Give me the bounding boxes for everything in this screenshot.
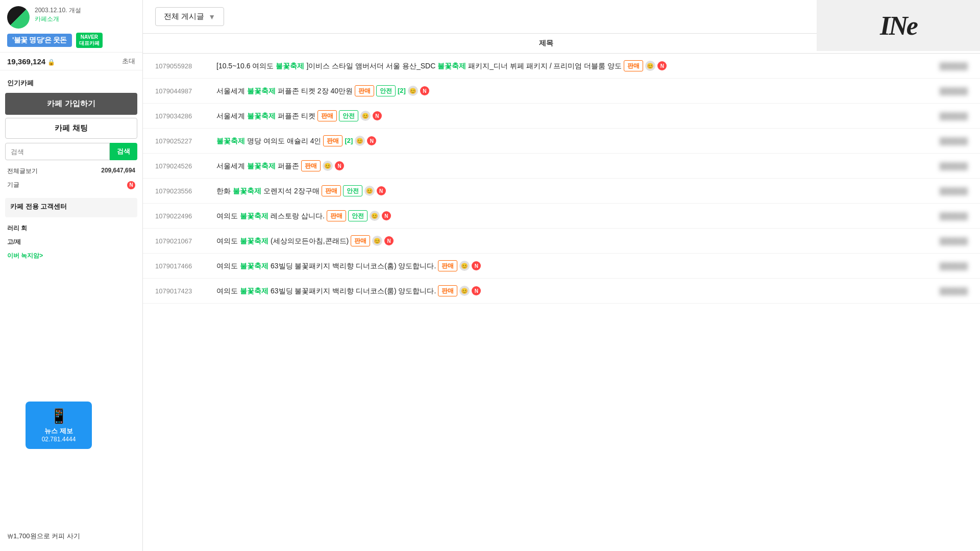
post-title: 서울세계불꽃축제 퍼플존 티켓 2장 40만원판매안전[2]😊N — [216, 85, 876, 96]
post-number: 1079021067 — [155, 237, 216, 245]
n-badge: N — [335, 161, 344, 170]
new-posts-label: 기글 — [7, 181, 19, 189]
table-row[interactable]: 1079055928[10.5~10.6 여의도 불꽃축제]이비스 스타일 앰버… — [143, 54, 980, 79]
cafe-logo — [7, 6, 30, 29]
emoticon-icon: 😊 — [370, 211, 380, 221]
post-author: ██████ — [876, 62, 968, 70]
post-title: 서울세계불꽃축제 퍼플존판매😊N — [216, 160, 876, 171]
table-row[interactable]: 1079034286서울세계불꽃축제 퍼플존 티켓판매안전😊N██████ — [143, 104, 980, 129]
customer-center-title: 카페 전용 고객센터 — [10, 202, 132, 211]
cafe-chat-button[interactable]: 카페 채팅 — [5, 118, 137, 139]
emoticon-icon: 😊 — [355, 136, 365, 146]
post-number: 1079044987 — [155, 87, 216, 95]
n-badge: N — [657, 61, 667, 70]
post-title: 여의도 불꽃축제 레스토랑 삽니다.판매안전😊N — [216, 210, 876, 221]
n-badge: N — [382, 211, 391, 220]
post-title: 여의도 불꽃축제 63빌딩 불꽃패키지 백리향 디너코스(룸) 양도합니다.판매… — [216, 285, 876, 296]
main-content: 전체 게시글 ▼ 최신순 ▼ 제목만 제목 작성자 1079055928[10.… — [143, 0, 980, 551]
ad-link[interactable]: 고/제 — [7, 238, 21, 246]
post-title: 여의도 불꽃축제 63빌딩 불꽃패키지 백리향 디너코스(홈) 양도합니다.판매… — [216, 260, 876, 271]
gallery-link[interactable]: 러리 회 — [7, 224, 27, 233]
n-badge: N — [384, 236, 394, 245]
popular-cafe-label: 인기카페 — [0, 74, 142, 90]
naver-representative-badge: NAVER 대표카페 — [76, 33, 103, 48]
post-author: ██████ — [876, 262, 968, 270]
new-badge: N — [127, 181, 135, 189]
news-popup-phone: 02.781.4444 — [33, 436, 85, 443]
cafe-intro-link[interactable]: 카페소개 — [35, 15, 81, 23]
lock-icon: 🔒 — [47, 59, 55, 66]
cafe-open-date: 2003.12.10. 개설 — [35, 6, 81, 15]
post-number: 1079034286 — [155, 112, 216, 120]
table-row[interactable]: 1079024526서울세계불꽃축제 퍼플존판매😊N██████ — [143, 154, 980, 179]
news-popup-title: 뉴스 제보 — [33, 427, 85, 436]
post-author: ██████ — [876, 87, 968, 95]
table-row[interactable]: 1079044987서울세계불꽃축제 퍼플존 티켓 2장 40만원판매안전[2]… — [143, 79, 980, 104]
post-title: 한화 불꽃축제 오렌지석 2장구매판매안전😊N — [216, 185, 876, 196]
post-number: 1079025227 — [155, 137, 216, 145]
search-button[interactable]: 검색 — [110, 143, 137, 160]
member-count: 19,369,124 — [7, 57, 45, 66]
filter-dropdown[interactable]: 전체 게시글 ▼ — [155, 7, 224, 26]
emoticon-icon: 😊 — [364, 186, 375, 196]
emoticon-icon: 😊 — [459, 261, 470, 271]
bottom-link[interactable]: ₩1,700원으로 커피 사기 — [7, 532, 80, 541]
search-input[interactable] — [5, 143, 110, 160]
emoticon-icon: 😊 — [372, 236, 382, 246]
post-title: 서울세계불꽃축제 퍼플존 티켓판매안전😊N — [216, 110, 876, 121]
filter-label: 전체 게시글 — [164, 12, 204, 21]
total-posts-count: 209,647,694 — [101, 167, 135, 176]
news-popup-icon: 📱 — [33, 408, 85, 424]
post-author: ██████ — [876, 187, 968, 195]
post-number: 1079024526 — [155, 162, 216, 170]
post-author: ██████ — [876, 137, 968, 145]
join-cafe-button[interactable]: 카페 가입하기 — [5, 93, 137, 115]
n-badge: N — [420, 86, 429, 95]
emoticon-icon: 😊 — [360, 111, 371, 121]
post-author: ██████ — [876, 287, 968, 295]
sidebar: 2003.12.10. 개설 카페소개 '불꽃 명당'은 웃돈 NAVER 대표… — [0, 0, 143, 551]
emoticon-icon: 😊 — [645, 61, 655, 71]
table-row[interactable]: 1079017466여의도 불꽃축제 63빌딩 불꽃패키지 백리향 디너코스(홈… — [143, 254, 980, 279]
n-badge: N — [472, 286, 481, 295]
n-badge: N — [472, 261, 481, 270]
post-author: ██████ — [876, 212, 968, 220]
col-num-header — [155, 39, 216, 48]
post-title: 불꽃축제 명당 여의도 애슐리 4인판매[2]😊N — [216, 135, 876, 146]
total-posts-label[interactable]: 전체글보기 — [7, 167, 38, 176]
post-number: 1079017466 — [155, 262, 216, 270]
cafe-name-badge: '불꽃 명당'은 웃돈 — [7, 34, 72, 47]
post-number: 1079022496 — [155, 212, 216, 220]
n-badge: N — [377, 186, 386, 195]
post-author: ██████ — [876, 162, 968, 170]
post-author: ██████ — [876, 112, 968, 120]
table-row[interactable]: 1079023556한화 불꽃축제 오렌지석 2장구매판매안전😊N██████ — [143, 179, 980, 204]
emoticon-icon: 😊 — [408, 86, 418, 96]
table-row[interactable]: 1079022496여의도 불꽃축제 레스토랑 삽니다.판매안전😊N██████ — [143, 204, 980, 229]
post-number: 1079055928 — [155, 62, 216, 70]
post-author: ██████ — [876, 237, 968, 245]
post-number: 1079023556 — [155, 187, 216, 195]
post-list: 1079055928[10.5~10.6 여의도 불꽃축제]이비스 스타일 앰버… — [143, 54, 980, 551]
table-row[interactable]: 1079017423여의도 불꽃축제 63빌딩 불꽃패키지 백리향 디너코스(룸… — [143, 279, 980, 304]
naver-alert-link[interactable]: 이버 녹지암> — [7, 252, 43, 260]
logo-area: INe — [817, 0, 980, 51]
table-row[interactable]: 1079025227불꽃축제 명당 여의도 애슐리 4인판매[2]😊N█████… — [143, 129, 980, 154]
post-title: 여의도 불꽃축제(세상의모든아침,콘래드)판매😊N — [216, 235, 876, 246]
table-row[interactable]: 1079021067여의도 불꽃축제(세상의모든아침,콘래드)판매😊N█████… — [143, 229, 980, 254]
n-badge: N — [373, 111, 382, 120]
post-title: [10.5~10.6 여의도 불꽃축제]이비스 스타일 앰버서더 서울 용산_S… — [216, 60, 876, 71]
logo-text: INe — [880, 11, 917, 41]
post-number: 1079017423 — [155, 287, 216, 295]
news-popup[interactable]: 📱 뉴스 제보 02.781.4444 — [26, 402, 92, 449]
n-badge: N — [367, 136, 376, 145]
emoticon-icon: 😊 — [459, 286, 470, 296]
col-title-header: 제목 — [216, 39, 876, 48]
dropdown-arrow-icon: ▼ — [208, 13, 215, 21]
emoticon-icon: 😊 — [323, 161, 333, 171]
invite-button[interactable]: 초대 — [122, 57, 135, 66]
